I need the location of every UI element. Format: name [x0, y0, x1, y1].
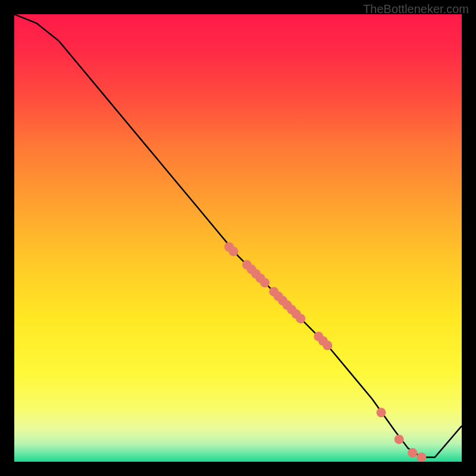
marker-dot	[260, 278, 270, 287]
chart-container: TheBottleneker.com	[0, 0, 476, 476]
marker-dot	[296, 314, 305, 323]
chart-svg	[14, 14, 462, 462]
marker-dot	[322, 341, 332, 350]
marker-dot	[408, 448, 417, 458]
attribution-text: TheBottleneker.com	[363, 2, 469, 16]
gradient-background	[14, 14, 462, 462]
marker-dot	[394, 434, 404, 444]
plot-area	[14, 14, 462, 462]
marker-dot	[229, 247, 239, 256]
marker-dot	[377, 408, 386, 417]
marker-dot	[416, 453, 426, 462]
